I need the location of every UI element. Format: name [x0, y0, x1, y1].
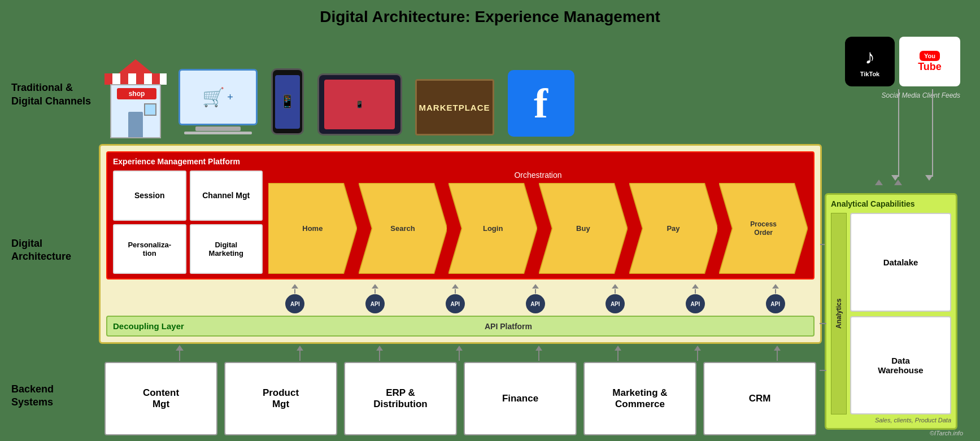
api-platform-label: API Platform — [209, 322, 808, 331]
backend-content-mgt: ContentMgt — [104, 362, 217, 435]
personalization-cell: Personaliza-tion — [113, 224, 186, 274]
decoupling-label: Decoupling Layer — [113, 321, 209, 331]
orchestration-area: Orchestration Home — [268, 171, 808, 274]
label-backend: BackendSystems — [11, 356, 99, 435]
sales-data-label: Sales, clients, Product Data — [831, 417, 951, 423]
api-badges-row: API API — [256, 283, 815, 315]
orchestration-title: Orchestration — [268, 171, 808, 180]
label-traditional: Traditional &Digital Channels — [11, 34, 99, 144]
api-badge-4: API — [526, 294, 545, 313]
exp-mgmt-platform: Experience Management Platform Session C… — [106, 151, 815, 280]
channel-mgt-cell: Channel Mgt — [190, 171, 263, 221]
chevron-process-order: ProcessOrder — [719, 183, 808, 274]
datalake-box: Datalake — [850, 213, 951, 312]
api-badge-6: API — [686, 294, 705, 313]
arch-main-box: Experience Management Platform Session C… — [99, 144, 822, 344]
ecommerce-channel: 🛒 + — [177, 65, 259, 138]
facebook-channel: f — [506, 68, 576, 138]
backend-product-mgt: ProductMgt — [224, 362, 337, 435]
analytics-vert-label: Analytics — [831, 213, 847, 414]
analytical-capabilities: Analytical Capabilities Analytics Datala… — [825, 180, 957, 430]
backend-erp: ERP &Distribution — [344, 362, 457, 435]
shop-channel: shop — [104, 59, 167, 138]
tablet-channel: 📱 — [316, 71, 403, 138]
api-badge-3: API — [446, 294, 465, 313]
digital-marketing-cell: DigitalMarketing — [190, 224, 263, 274]
chevron-login: Login — [448, 183, 537, 274]
exp-mgmt-grid: Session Channel Mgt Personaliza-tion Dig… — [113, 171, 263, 274]
backend-systems: ContentMgt ProductMgt ERP &Distribution … — [99, 362, 822, 435]
left-labels: Traditional &Digital Channels DigitalArc… — [11, 34, 99, 435]
backend-finance: Finance — [464, 362, 577, 435]
api-badge-2: API — [365, 294, 385, 313]
data-warehouse-box: DataWarehouse — [850, 316, 951, 415]
backend-marketing-commerce: Marketing &Commerce — [583, 362, 696, 435]
exp-mgmt-title: Experience Management Platform — [113, 157, 808, 166]
mobile-channel: 📱 — [269, 65, 306, 138]
label-digital: DigitalArchitecture — [11, 144, 99, 356]
chevron-buy: Buy — [539, 183, 628, 274]
api-badge-7: API — [766, 294, 785, 313]
page-title: Digital Architecture: Experience Managem… — [0, 0, 980, 29]
copyright: ©ITarch.info — [930, 430, 963, 436]
api-badge-5: API — [606, 294, 625, 313]
session-cell: Session — [113, 171, 186, 221]
chevron-row: Home Search — [268, 183, 808, 274]
analytical-title: Analytical Capabilities — [831, 199, 951, 208]
api-badge-1: API — [285, 294, 304, 313]
marketplace-channel: MARKETPLACE — [413, 76, 495, 138]
chevron-pay: Pay — [629, 183, 718, 274]
channels-row: shop 🛒 + — [99, 34, 822, 144]
chevron-search: Search — [359, 183, 447, 274]
backend-crm: CRM — [703, 362, 816, 435]
backend-arrows — [99, 344, 822, 362]
chevron-home: Home — [268, 183, 357, 274]
decoupling-layer-row: Decoupling Layer API Platform — [106, 316, 815, 337]
